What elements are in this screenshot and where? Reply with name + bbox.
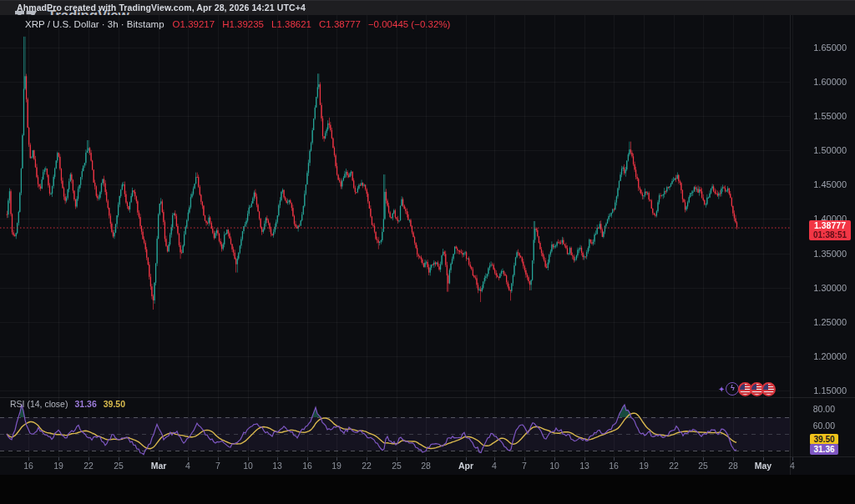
rsi-ma-value: 39.50: [104, 399, 125, 409]
time-axis-label: 10: [243, 461, 253, 471]
time-axis-label: 28: [728, 461, 738, 471]
time-axis-label: 16: [302, 461, 312, 471]
ohlc-low: L1.38621: [271, 19, 311, 29]
time-axis-label: 22: [669, 461, 679, 471]
bar-countdown: 01:38:51: [809, 230, 851, 239]
sparkle-icon: ✦: [718, 385, 725, 394]
time-axis-label: Apr: [458, 461, 473, 471]
price-axis-label: 1.65000: [795, 43, 847, 53]
watermark-text: AhmadPro created with TradingView.com, A…: [17, 3, 306, 13]
price-axis-label: 1.60000: [795, 77, 847, 87]
rsi-axis-label: 80.00: [798, 404, 835, 414]
candlestick-chart-canvas[interactable]: [0, 0, 855, 504]
last-price-value: 1.38777: [809, 221, 851, 230]
time-axis-label: 4: [790, 461, 795, 471]
time-axis-label: 22: [362, 461, 372, 471]
rsi-axis-label: 60.00: [798, 421, 835, 431]
time-axis-label: 4: [185, 461, 190, 471]
price-axis-label: 1.20000: [795, 351, 847, 361]
last-price-badge: 1.38777 01:38:51: [809, 220, 851, 240]
price-change: −0.00445 (−0.32%): [368, 19, 450, 29]
ohlc-close: C1.38777: [319, 19, 361, 29]
symbol-title[interactable]: XRP / U.S. Dollar · 3h · Bitstamp: [25, 19, 164, 29]
price-axis-label: 1.35000: [795, 249, 847, 259]
price-axis-label: 1.30000: [795, 283, 847, 293]
symbol-legend: XRP / U.S. Dollar · 3h · BitstampO1.3921…: [25, 19, 450, 29]
time-axis-label: 4: [492, 461, 497, 471]
time-axis-label: 7: [522, 461, 527, 471]
time-axis-label: 19: [331, 461, 341, 471]
time-axis-label: 16: [609, 461, 619, 471]
time-axis-label: 25: [392, 461, 402, 471]
time-axis-label: 19: [53, 461, 63, 471]
price-axis-label: 1.45000: [795, 179, 847, 189]
time-axis-label: May: [755, 461, 772, 471]
time-axis-label: 28: [421, 461, 431, 471]
time-axis-label: Mar: [151, 461, 167, 471]
time-axis-label: 16: [23, 461, 33, 471]
time-axis-label: 25: [114, 461, 124, 471]
us-flag-event-icon[interactable]: [761, 382, 776, 396]
ohlc-high: H1.39235: [222, 19, 264, 29]
event-markers: ✦ ϟ: [718, 381, 776, 397]
rsi-title[interactable]: RSI (14, close): [10, 399, 68, 409]
tradingview-chart-window: AhmadPro created with TradingView.com, A…: [0, 0, 855, 504]
time-axis-label: 13: [272, 461, 282, 471]
price-axis-label: 1.25000: [795, 317, 847, 327]
time-axis-label: 10: [549, 461, 559, 471]
time-axis-label: 7: [215, 461, 220, 471]
price-axis-label: 1.50000: [795, 145, 847, 155]
rsi-value: 31.36: [74, 399, 96, 409]
price-axis-label: 1.15000: [795, 386, 847, 396]
time-axis-label: 19: [639, 461, 649, 471]
rsi-indicator-legend: RSI (14, close)31.3639.50: [10, 399, 125, 409]
rsi-value-badge: 31.36: [810, 444, 838, 455]
lightning-event-icon[interactable]: ϟ: [726, 382, 739, 396]
time-axis-label: 25: [698, 461, 708, 471]
ohlc-open: O1.39217: [173, 19, 215, 29]
time-axis-label: 13: [579, 461, 589, 471]
time-axis-label: 22: [83, 461, 94, 471]
price-axis-label: 1.55000: [795, 111, 847, 121]
